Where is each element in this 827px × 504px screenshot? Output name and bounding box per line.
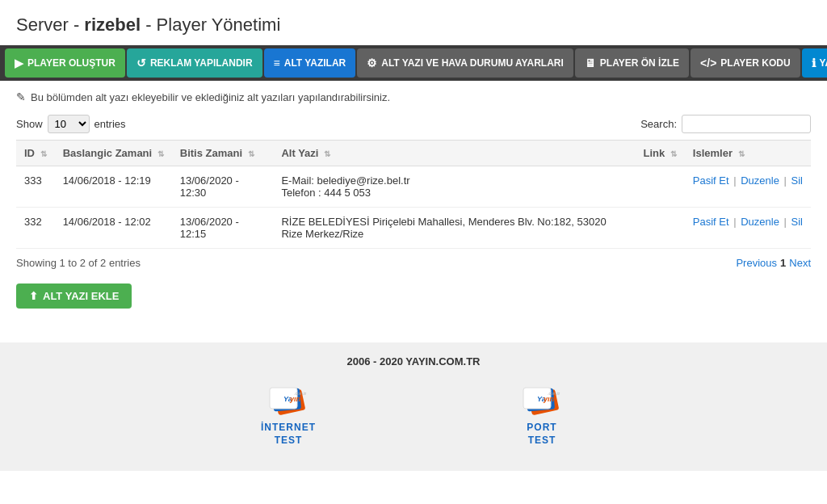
settings-icon: ⚙ (367, 57, 377, 69)
cell-bitis: 13/06/2020 - 12:15 (172, 208, 274, 249)
cell-id: 332 (16, 208, 55, 249)
col-id[interactable]: ID ⇅ (16, 141, 55, 166)
logo1-line2: TEST (261, 435, 316, 447)
player-olustur-label: PLAYER OLUŞTUR (27, 57, 115, 69)
footer-logos: Ya yın .com.tr İNTERNET TEST (0, 384, 827, 447)
code-icon: </> (700, 57, 716, 69)
footer-copyright: 2006 - 2020 YAYIN.COM.TR (0, 355, 827, 368)
title-suffix: - Player Yönetimi (141, 15, 280, 35)
search-label: Search: (640, 118, 677, 130)
col-link[interactable]: Link ⇅ (635, 141, 684, 166)
logo1-subtext: İNTERNET TEST (261, 422, 316, 447)
logo1-svg: Ya yın .com.tr (265, 384, 312, 419)
list-icon: ≡ (274, 57, 280, 69)
action-sep: | (731, 174, 740, 187)
cell-link (635, 166, 684, 208)
sort-icon-islemler: ⇅ (738, 149, 745, 158)
sort-icon-altyazi: ⇅ (324, 149, 330, 158)
svg-text:yın: yın (543, 395, 555, 403)
reklam-yapilandir-label: REKLAM YAPILANDIR (150, 57, 253, 69)
table-row: 333 14/06/2018 - 12:19 13/06/2020 - 12:3… (16, 166, 811, 208)
next-page-link[interactable]: Next (789, 257, 811, 269)
sort-icon-id: ⇅ (40, 149, 47, 158)
logo2-line2: TEST (527, 435, 556, 447)
showing-text: Showing 1 to 2 of 2 entries (16, 257, 141, 269)
action-sil-333[interactable]: Sil (791, 174, 803, 187)
alt-yazi-hava-button[interactable]: ⚙ ALT YAZI VE HAVA DURUMU AYARLARI (357, 48, 573, 78)
page-title: Server - rizebel - Player Yönetimi (0, 0, 827, 45)
action-sep: | (781, 174, 790, 187)
player-on-izle-label: PLAYER ÖN İZLE (600, 57, 679, 69)
show-select[interactable]: 10 25 50 100 (48, 115, 90, 133)
pagination: Previous 1 Next (736, 257, 811, 269)
add-altyazi-button[interactable]: ⬆ ALT YAZI EKLE (16, 284, 132, 309)
action-pasif-333[interactable]: Pasif Et (693, 174, 729, 187)
alt-yazilar-button[interactable]: ≡ ALT YAZILAR (264, 48, 356, 78)
reklam-yapilandir-button[interactable]: ↺ REKLAM YAPILANDIR (127, 48, 262, 78)
title-prefix: Server - (16, 15, 84, 35)
player-olustur-button[interactable]: ▶ PLAYER OLUŞTUR (5, 48, 125, 78)
yardim-label: YARDIM (820, 57, 827, 69)
navbar: ▶ PLAYER OLUŞTUR ↺ REKLAM YAPILANDIR ≡ A… (0, 45, 827, 81)
player-kodu-button[interactable]: </> PLAYER KODU (691, 48, 800, 78)
logo2-subtext: PORT TEST (527, 422, 556, 447)
add-icon: ⬆ (29, 290, 38, 302)
play-icon: ▶ (15, 57, 23, 69)
logo-port-test: Ya yın .com.tr PORT TEST (518, 384, 566, 447)
player-on-izle-button[interactable]: 🖥 PLAYER ÖN İZLE (575, 48, 689, 78)
prev-page-link[interactable]: Previous (736, 257, 777, 269)
search-bar: Search: (640, 115, 811, 133)
cell-islemler: Pasif Et | Duzenle | Sil (685, 208, 811, 249)
page-wrapper: Server - rizebel - Player Yönetimi ▶ PLA… (0, 0, 827, 504)
cell-baslangic: 14/06/2018 - 12:02 (55, 208, 172, 249)
player-kodu-label: PLAYER KODU (720, 57, 790, 69)
cell-altyazi: RİZE BELEDİYESİ Piriçelebi Mahallesi, Me… (273, 208, 635, 249)
sort-icon-bitis: ⇅ (248, 149, 254, 158)
action-sep: | (731, 216, 740, 228)
logo2-icon: Ya yın .com.tr (518, 384, 566, 420)
search-input[interactable] (682, 115, 811, 133)
table-head: ID ⇅ Baslangic Zamani ⇅ Bitis Zamani ⇅ A… (16, 141, 811, 166)
action-sep: | (781, 216, 790, 228)
reklam-icon: ↺ (136, 57, 146, 69)
table-footer: Showing 1 to 2 of 2 entries Previous 1 N… (16, 257, 811, 269)
monitor-icon: 🖥 (585, 57, 596, 69)
table-header-row: ID ⇅ Baslangic Zamani ⇅ Bitis Zamani ⇅ A… (16, 141, 811, 166)
pencil-icon: ✎ (16, 90, 26, 103)
sort-icon-link: ⇅ (670, 149, 677, 158)
col-bitis[interactable]: Bitis Zamani ⇅ (172, 141, 274, 166)
page-number: 1 (777, 257, 789, 269)
cell-baslangic: 14/06/2018 - 12:19 (55, 166, 172, 208)
col-islemler[interactable]: Islemler ⇅ (685, 141, 811, 166)
logo2-svg: Ya yın .com.tr (518, 384, 565, 419)
table-body: 333 14/06/2018 - 12:19 13/06/2020 - 12:3… (16, 166, 811, 249)
main-content: ✎ Bu bölümden alt yazı ekleyebilir ve ek… (0, 81, 827, 342)
entries-label: entries (94, 118, 126, 130)
show-entries: Show 10 25 50 100 entries (16, 115, 126, 133)
alt-yazilar-label: ALT YAZILAR (284, 57, 346, 69)
action-sil-332[interactable]: Sil (791, 216, 803, 228)
info-icon: ℹ (812, 57, 816, 69)
logo2-line1: PORT (527, 422, 556, 435)
info-bar: ✎ Bu bölümden alt yazı ekleyebilir ve ek… (16, 90, 811, 103)
cell-id: 333 (16, 166, 55, 208)
col-altyazi[interactable]: Alt Yazi ⇅ (273, 141, 635, 166)
data-table: ID ⇅ Baslangic Zamani ⇅ Bitis Zamani ⇅ A… (16, 140, 811, 249)
logo1-line1: İNTERNET (261, 422, 316, 435)
svg-text:.com.tr: .com.tr (548, 391, 560, 396)
alt-yazi-hava-label: ALT YAZI VE HAVA DURUMU AYARLARI (381, 57, 564, 69)
footer: 2006 - 2020 YAYIN.COM.TR Ya yın .com.tr … (0, 342, 827, 471)
table-row: 332 14/06/2018 - 12:02 13/06/2020 - 12:1… (16, 208, 811, 249)
logo-internet-test: Ya yın .com.tr İNTERNET TEST (261, 384, 316, 447)
logo1-icon: Ya yın .com.tr (264, 384, 313, 420)
show-label: Show (16, 118, 43, 130)
table-controls: Show 10 25 50 100 entries Search: (16, 115, 811, 133)
title-server: rizebel (84, 15, 141, 35)
col-baslangic[interactable]: Baslangic Zamani ⇅ (55, 141, 172, 166)
yardim-button[interactable]: ℹ YARDIM (802, 48, 827, 78)
svg-text:yın: yın (289, 395, 301, 403)
action-pasif-332[interactable]: Pasif Et (693, 216, 729, 228)
action-duzenle-333[interactable]: Duzenle (741, 174, 779, 187)
action-duzenle-332[interactable]: Duzenle (741, 216, 779, 228)
add-label: ALT YAZI EKLE (43, 290, 119, 302)
